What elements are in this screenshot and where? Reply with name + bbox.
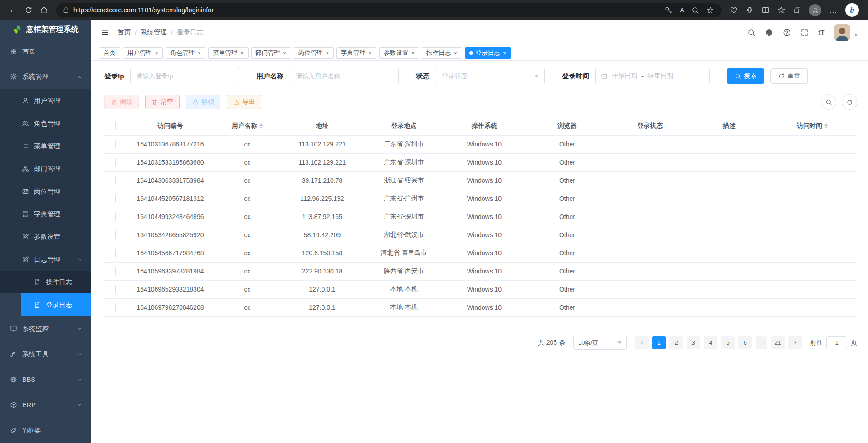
collections-icon[interactable] <box>793 6 801 14</box>
sidebar-item-login-log[interactable]: 登录日志 <box>21 293 91 316</box>
browser-home-button[interactable] <box>36 2 52 18</box>
split-screen-icon[interactable] <box>761 6 770 14</box>
tab-close-icon[interactable]: × <box>283 50 287 56</box>
page-button[interactable]: 2 <box>669 336 683 349</box>
sidebar-item-param-settings[interactable]: 参数设置 <box>0 225 91 248</box>
clear-button[interactable]: 清空 <box>145 95 180 109</box>
sidebar-item-menu-mgmt[interactable]: 菜单管理 <box>0 135 91 157</box>
tab-operation-log[interactable]: 操作日志× <box>422 47 462 59</box>
sidebar-item-y i-framework[interactable]: Yi框架 <box>0 418 91 443</box>
tab-close-icon[interactable]: × <box>197 50 201 56</box>
prev-page-button[interactable]: ‹ <box>635 336 649 349</box>
header-search-icon[interactable] <box>747 29 756 37</box>
sidebar-item-system-monitor[interactable]: 系统监控 <box>0 316 91 341</box>
page-ellipsis[interactable]: ··· <box>756 336 767 349</box>
row-checkbox[interactable] <box>115 285 116 293</box>
tab-close-icon[interactable]: × <box>503 50 507 56</box>
row-checkbox[interactable] <box>115 213 116 221</box>
tab-dept-mgmt[interactable]: 部门管理× <box>251 47 291 59</box>
github-icon[interactable] <box>765 29 773 37</box>
refresh-button[interactable] <box>21 2 36 18</box>
browser-more-icon[interactable]: … <box>829 5 838 15</box>
select-all-checkbox[interactable] <box>115 122 116 130</box>
page-button[interactable]: 6 <box>738 336 752 349</box>
row-checkbox[interactable] <box>115 231 116 239</box>
sidebar-item-system-tools[interactable]: 系统工具 <box>0 341 91 367</box>
read-aloud-icon[interactable]: A <box>680 7 684 14</box>
font-size-icon[interactable]: tT <box>818 29 824 36</box>
page-button[interactable]: 5 <box>721 336 735 349</box>
tab-home[interactable]: 首页 <box>99 47 120 59</box>
tab-close-icon[interactable]: × <box>454 50 457 56</box>
user-avatar[interactable] <box>834 24 850 41</box>
tab-dict-mgmt[interactable]: 字典管理× <box>336 47 376 59</box>
tab-login-log[interactable]: 登录日志× <box>465 47 511 59</box>
zoom-icon[interactable] <box>692 6 699 14</box>
export-button[interactable]: 导出 <box>227 95 261 109</box>
sidebar-item-dept-mgmt[interactable]: 部门管理 <box>0 157 91 180</box>
tab-close-icon[interactable]: × <box>240 50 244 56</box>
row-checkbox[interactable] <box>115 176 116 185</box>
browser-essentials-icon[interactable] <box>730 6 738 14</box>
hamburger-icon[interactable] <box>101 28 109 37</box>
goto-page-input[interactable] <box>826 336 847 349</box>
tab-param-settings[interactable]: 参数设置× <box>379 47 419 59</box>
address-bar[interactable]: https://ccnetcore.com:1101/system/log/lo… <box>56 3 722 17</box>
password-key-icon[interactable] <box>665 6 673 14</box>
sidebar-item-log-mgmt[interactable]: 日志管理 <box>0 248 91 271</box>
sidebar-item-operation-log[interactable]: 操作日志 <box>0 271 91 293</box>
page-button[interactable]: 3 <box>687 336 700 349</box>
tab-role-mgmt[interactable]: 角色管理× <box>166 47 205 59</box>
column-header-sortable[interactable]: 访问时间 <box>768 117 857 135</box>
extensions-icon[interactable] <box>746 6 754 14</box>
search-toggle-button[interactable] <box>821 94 836 110</box>
sidebar-item-dict-mgmt[interactable]: 字典管理 <box>0 203 91 225</box>
page-size-select[interactable]: 10条/页 <box>573 336 627 350</box>
tab-menu-mgmt[interactable]: 菜单管理× <box>208 47 248 59</box>
avatar-caret-icon[interactable]: ▾ <box>854 32 857 41</box>
column-header-sortable[interactable]: 用户名称 <box>215 117 280 135</box>
status-select[interactable]: 登录状态 <box>436 68 545 84</box>
sidebar-item-post-mgmt[interactable]: 岗位管理 <box>0 180 91 203</box>
copilot-bing-icon[interactable]: b <box>845 3 859 17</box>
page-button[interactable]: 1 <box>652 336 666 349</box>
row-checkbox[interactable] <box>115 140 116 148</box>
tab-close-icon[interactable]: × <box>155 50 158 56</box>
next-page-button[interactable]: › <box>788 336 802 349</box>
row-checkbox[interactable] <box>115 158 116 166</box>
favorites-icon[interactable] <box>777 6 785 14</box>
tab-close-icon[interactable]: × <box>368 50 372 56</box>
sort-caret-icon[interactable] <box>259 123 263 129</box>
add-favorite-star-icon[interactable] <box>707 6 714 14</box>
row-checkbox[interactable] <box>115 267 116 275</box>
sidebar-item-home[interactable]: 首页 <box>0 39 91 64</box>
row-checkbox[interactable] <box>115 303 116 312</box>
delete-button[interactable]: 删除 <box>104 95 139 109</box>
back-button[interactable]: ← <box>5 2 21 18</box>
date-range-picker[interactable]: 开始日期 - 结束日期 <box>595 68 710 84</box>
unlock-button[interactable]: 解锁 <box>186 95 220 109</box>
user-name-input[interactable] <box>290 68 399 84</box>
tab-close-icon[interactable]: × <box>411 50 414 56</box>
fullscreen-icon[interactable] <box>800 29 809 37</box>
sidebar-item-bbs[interactable]: BBS <box>0 367 91 392</box>
help-icon[interactable] <box>783 29 791 37</box>
sidebar-item-erp[interactable]: ERP <box>0 392 91 418</box>
search-button[interactable]: 搜索 <box>727 68 764 84</box>
reset-button[interactable]: 重置 <box>770 68 808 84</box>
row-checkbox[interactable] <box>115 195 116 203</box>
sidebar-item-system-mgmt[interactable]: 系统管理 <box>0 64 91 89</box>
page-button[interactable]: 4 <box>704 336 717 349</box>
breadcrumb-item[interactable]: 首页 <box>117 28 131 37</box>
breadcrumb-item[interactable]: 系统管理 <box>141 28 167 37</box>
sidebar-item-user-mgmt[interactable]: 用户管理 <box>0 89 91 112</box>
tab-post-mgmt[interactable]: 岗位管理× <box>294 47 334 59</box>
row-checkbox[interactable] <box>115 249 116 257</box>
browser-profile-icon[interactable] <box>809 4 821 16</box>
page-button[interactable]: 21 <box>771 336 785 349</box>
login-ip-input[interactable] <box>130 68 239 84</box>
tab-user-mgmt[interactable]: 用户管理× <box>123 47 163 59</box>
tab-close-icon[interactable]: × <box>326 50 329 56</box>
sidebar-item-role-mgmt[interactable]: 角色管理 <box>0 112 91 135</box>
sort-caret-icon[interactable] <box>824 123 828 129</box>
